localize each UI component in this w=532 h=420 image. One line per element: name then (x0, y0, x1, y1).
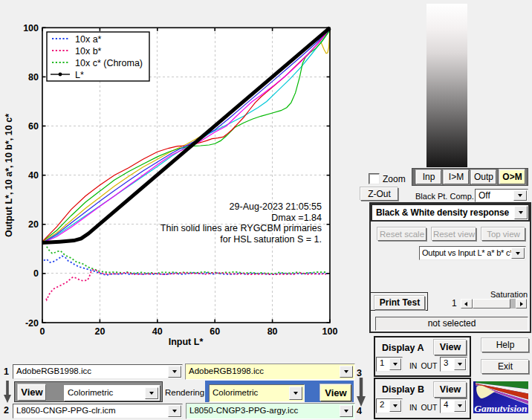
svg-text:L*: L* (75, 70, 84, 80)
svg-text:20: 20 (94, 326, 105, 337)
svg-text:Thin solid lines are RYGCBM pr: Thin solid lines are RYGCBM primaries (160, 223, 322, 233)
svg-text:-20: -20 (25, 318, 39, 329)
svg-text:100: 100 (322, 326, 338, 337)
svg-text:0: 0 (33, 268, 39, 279)
svg-text:10x a*: 10x a* (75, 34, 102, 45)
svg-text:60: 60 (210, 326, 220, 337)
svg-text:0: 0 (40, 326, 45, 337)
svg-text:80: 80 (28, 72, 39, 83)
svg-text:Dmax =1.84: Dmax =1.84 (271, 213, 322, 223)
svg-text:29-Aug-2023 21:05:55: 29-Aug-2023 21:05:55 (230, 201, 322, 212)
svg-text:10x b*: 10x b* (75, 46, 102, 56)
svg-text:60: 60 (28, 121, 39, 132)
svg-text:40: 40 (28, 170, 39, 181)
svg-text:Input L*: Input L* (169, 337, 204, 347)
svg-text:40: 40 (152, 326, 163, 337)
svg-text:Gamutvision: Gamutvision (474, 403, 527, 413)
svg-text:20: 20 (28, 219, 39, 230)
svg-text:for HSL saturation S = 1.: for HSL saturation S = 1. (220, 234, 322, 245)
svg-text:80: 80 (267, 326, 278, 337)
svg-text:100: 100 (23, 23, 39, 33)
svg-text:Output L*, 10 a*, 10 b*, 10 c*: Output L*, 10 a*, 10 b*, 10 c* (4, 114, 14, 237)
svg-text:10x c* (Chroma): 10x c* (Chroma) (75, 58, 143, 68)
